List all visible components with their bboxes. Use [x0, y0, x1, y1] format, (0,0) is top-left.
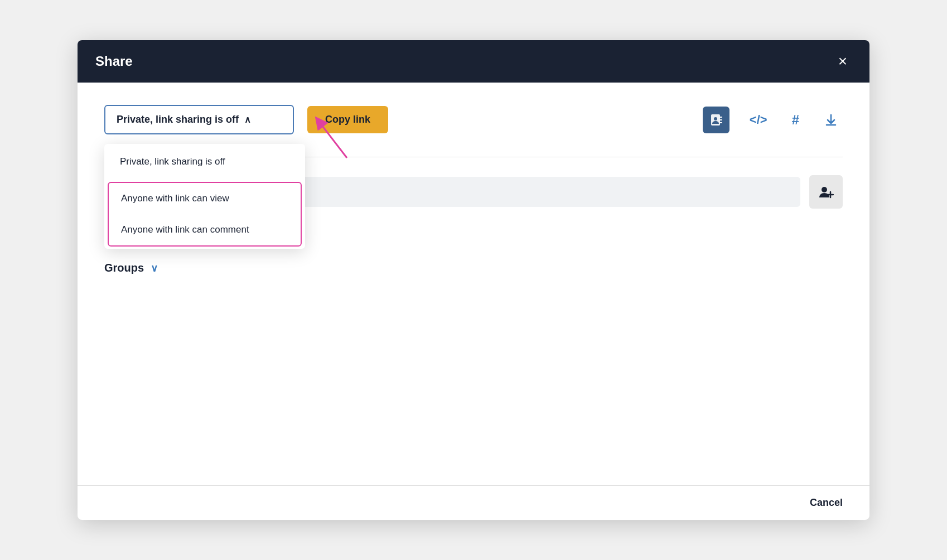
- copy-link-button[interactable]: Copy link: [307, 106, 388, 133]
- hashtag-button[interactable]: #: [787, 108, 804, 132]
- visibility-dropdown-menu: Private, link sharing is off Anyone with…: [104, 144, 305, 249]
- chevron-up-icon: ∧: [244, 114, 251, 125]
- top-row: Private, link sharing is off ∧ Private, …: [104, 105, 843, 134]
- dialog-title: Share: [95, 54, 133, 69]
- groups-label: Groups: [104, 262, 144, 274]
- close-button[interactable]: ×: [834, 51, 852, 71]
- dialog-footer: Cancel: [78, 485, 869, 520]
- svg-point-5: [714, 117, 717, 120]
- contact-book-icon-button[interactable]: [703, 107, 729, 133]
- add-user-button[interactable]: [809, 175, 843, 209]
- cancel-button[interactable]: Cancel: [810, 497, 843, 509]
- code-icon: </>: [750, 113, 767, 127]
- svg-point-7: [822, 187, 827, 192]
- icon-group: </> #: [703, 107, 843, 133]
- groups-chevron-icon: ∨: [151, 262, 158, 274]
- add-user-icon: [818, 184, 834, 200]
- dialog-body: Private, link sharing is off ∧ Private, …: [78, 83, 869, 485]
- embed-code-button[interactable]: </>: [745, 108, 772, 132]
- dropdown-item-comment[interactable]: Anyone with link can comment: [109, 214, 301, 245]
- download-icon: [824, 113, 838, 127]
- contact-book-icon: [709, 113, 723, 127]
- download-button[interactable]: [819, 108, 843, 132]
- share-visibility-dropdown[interactable]: Private, link sharing is off ∧: [104, 105, 294, 134]
- dialog-header: Share ×: [78, 40, 869, 83]
- dropdown-item-view[interactable]: Anyone with link can view: [109, 183, 301, 214]
- dropdown-item-private[interactable]: Private, link sharing is off: [104, 144, 305, 180]
- dropdown-highlighted-group: Anyone with link can view Anyone with li…: [108, 182, 302, 247]
- groups-section[interactable]: Groups ∨: [104, 262, 843, 274]
- share-dialog: Share × Private, link sharing is off ∧ P…: [78, 40, 869, 520]
- hash-icon: #: [792, 112, 799, 128]
- dropdown-trigger-label: Private, link sharing is off: [117, 114, 239, 125]
